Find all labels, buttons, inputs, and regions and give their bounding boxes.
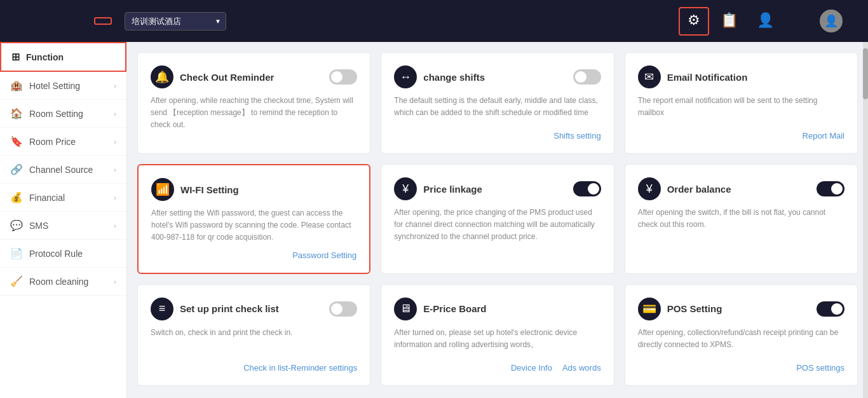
- card-desc-checkout-reminder: After opening, while reaching the checko…: [151, 95, 357, 132]
- sidebar-item-left: 🔖 Room Price: [10, 135, 76, 148]
- toggle-change-shifts[interactable]: [573, 69, 601, 85]
- sidebar-item-protocol-rule[interactable]: 📄 Protocol Rule: [0, 240, 126, 268]
- card-price-linkage: ¥ Price linkage After opening, the price…: [381, 164, 614, 274]
- toggle-pos-setting[interactable]: [817, 301, 844, 317]
- toggle-order-balance[interactable]: [817, 181, 844, 196]
- card-title-area: ≡ Set up print check list: [151, 298, 279, 320]
- sidebar-icon-sms: 💬: [10, 219, 23, 231]
- sidebar-item-financial[interactable]: 💰 Financial ›: [0, 184, 126, 212]
- sidebar-item-room-cleaning[interactable]: 🧹 Room cleaning ›: [0, 268, 126, 296]
- nav-picc[interactable]: 📋: [713, 8, 745, 34]
- sidebar-icon-financial: 💰: [10, 191, 23, 203]
- layout: ⊞ Function 🏨 Hotel Setting › 🏠 Room Sett…: [0, 42, 868, 398]
- link-password-setting[interactable]: Password Setting: [292, 250, 356, 260]
- card-footer-change-shifts: Shifts setting: [394, 131, 600, 141]
- sidebar-icon-channel-source: 🔗: [10, 163, 23, 175]
- card-title-area: 📶 WI-FI Setting: [151, 178, 239, 201]
- scrollbar-thumb[interactable]: [863, 48, 868, 99]
- sidebar-item-room-price[interactable]: 🔖 Room Price ›: [0, 128, 126, 156]
- toggle-print-check-list[interactable]: [329, 301, 357, 317]
- card-header-price-linkage: ¥ Price linkage: [394, 177, 600, 200]
- card-header-order-balance: ¥ Order balance: [638, 177, 844, 200]
- nav-account[interactable]: 👤: [749, 8, 782, 34]
- card-title-print-check-list: Set up print check list: [180, 303, 279, 314]
- card-header-print-check-list: ≡ Set up print check list: [151, 298, 357, 320]
- chevron-icon: ›: [114, 82, 116, 90]
- chevron-icon: ›: [114, 278, 116, 285]
- card-order-balance: ¥ Order balance After opening the switch…: [625, 164, 858, 274]
- sidebar-item-function[interactable]: ⊞ Function: [0, 42, 126, 72]
- mail-icon[interactable]: [804, 17, 812, 25]
- chevron-icon: ›: [114, 194, 116, 202]
- sidebar-icon-room-setting: 🏠: [10, 107, 23, 120]
- menu-icon[interactable]: [789, 17, 797, 25]
- sidebar-label-protocol-rule: Protocol Rule: [29, 249, 83, 259]
- card-icon-wifi-setting: 📶: [151, 178, 174, 201]
- sidebar-item-sms[interactable]: 💬 SMS ›: [0, 212, 126, 240]
- card-title-email-notification: Email Notification: [667, 72, 748, 83]
- card-desc-order-balance: After opening the switch, if the bill is…: [638, 207, 844, 231]
- card-icon-email-notification: ✉: [638, 65, 661, 88]
- card-header-change-shifts: ↔ change shifts: [394, 65, 600, 88]
- toggle-checkout-reminder[interactable]: [329, 69, 357, 85]
- card-desc-print-check-list: Switch on, check in and print the check …: [151, 327, 357, 339]
- card-title-order-balance: Order balance: [667, 184, 731, 195]
- card-footer-print-check-list: Check in list-Reminder settings: [151, 363, 357, 373]
- card-title-price-linkage: Price linkage: [423, 184, 482, 195]
- epms-icon: ⚙: [688, 12, 700, 29]
- card-desc-pos-setting: After opening, collection/refund/cash re…: [638, 327, 844, 351]
- chevron-icon: ›: [114, 222, 116, 230]
- card-icon-checkout-reminder: 🔔: [151, 65, 173, 88]
- card-footer-wifi-setting: Password Setting: [151, 250, 356, 260]
- config-label: [94, 17, 112, 25]
- nav-epms[interactable]: ⚙: [679, 7, 709, 36]
- card-title-e-price-board: E-Price Board: [423, 303, 486, 314]
- right-scrollbar[interactable]: [863, 42, 868, 398]
- link-checkin-list-reminder[interactable]: Check in list-Reminder settings: [243, 363, 357, 373]
- avatar[interactable]: 👤: [820, 10, 843, 32]
- card-footer-e-price-board: Device Info Ads words: [394, 363, 600, 373]
- link-device-info[interactable]: Device Info: [511, 363, 552, 373]
- hotel-selector[interactable]: 培训测试酒店: [125, 12, 226, 31]
- card-header-wifi-setting: 📶 WI-FI Setting: [151, 178, 356, 201]
- card-title-checkout-reminder: Check Out Reminder: [180, 72, 274, 83]
- chevron-icon: ›: [114, 166, 116, 174]
- card-title-wifi-setting: WI-FI Setting: [180, 184, 239, 195]
- toggle-slider: [817, 181, 844, 196]
- toggle-slider: [573, 69, 601, 85]
- sidebar-item-hotel-setting[interactable]: 🏨 Hotel Setting ›: [0, 72, 126, 100]
- card-title-area: ↔ change shifts: [394, 65, 485, 88]
- card-icon-e-price-board: 🖥: [394, 298, 417, 320]
- link-report-mail[interactable]: Report Mail: [803, 131, 844, 141]
- card-title-area: 🔔 Check Out Reminder: [151, 65, 274, 88]
- toggle-slider: [817, 301, 844, 317]
- card-title-area: ¥ Price linkage: [394, 177, 482, 200]
- link-ads-words[interactable]: Ads words: [562, 363, 601, 373]
- home-icon[interactable]: [850, 17, 858, 25]
- sidebar-label-hotel-setting: Hotel Setting: [29, 81, 80, 91]
- link-pos-settings[interactable]: POS settings: [796, 363, 844, 373]
- cards-grid: 🔔 Check Out Reminder After opening, whil…: [137, 52, 858, 386]
- card-print-check-list: ≡ Set up print check list Switch on, che…: [137, 284, 370, 386]
- sidebar-item-channel-source[interactable]: 🔗 Channel Source ›: [0, 156, 126, 184]
- sidebar-item-left: 💰 Financial: [10, 191, 65, 203]
- card-change-shifts: ↔ change shifts The default setting is t…: [381, 52, 614, 154]
- card-header-checkout-reminder: 🔔 Check Out Reminder: [151, 65, 357, 88]
- sidebar-item-left: 📄 Protocol Rule: [10, 247, 83, 259]
- card-wifi-setting: 📶 WI-FI Setting After setting the Wifi p…: [137, 164, 370, 274]
- card-pos-setting: 💳 POS Setting After opening, collection/…: [625, 284, 858, 386]
- toggle-price-linkage[interactable]: [573, 181, 601, 196]
- sidebar-item-left: 💬 SMS: [10, 219, 48, 231]
- card-title-area: 💳 POS Setting: [638, 298, 722, 320]
- sidebar-icon-hotel-setting: 🏨: [10, 79, 23, 92]
- sidebar-item-left: 🏨 Hotel Setting: [10, 79, 80, 92]
- link-shifts-setting[interactable]: Shifts setting: [553, 131, 600, 141]
- sidebar-item-left: 🏠 Room Setting: [10, 107, 83, 120]
- card-footer-pos-setting: POS settings: [638, 363, 844, 373]
- card-header-e-price-board: 🖥 E-Price Board: [394, 298, 600, 320]
- hotel-selector-wrapper[interactable]: 培训测试酒店: [119, 12, 226, 31]
- sidebar-item-left: 🧹 Room cleaning: [10, 275, 88, 287]
- sidebar-label-room-setting: Room Setting: [29, 109, 83, 119]
- picc-icon: 📋: [721, 12, 738, 29]
- sidebar-item-room-setting[interactable]: 🏠 Room Setting ›: [0, 100, 126, 128]
